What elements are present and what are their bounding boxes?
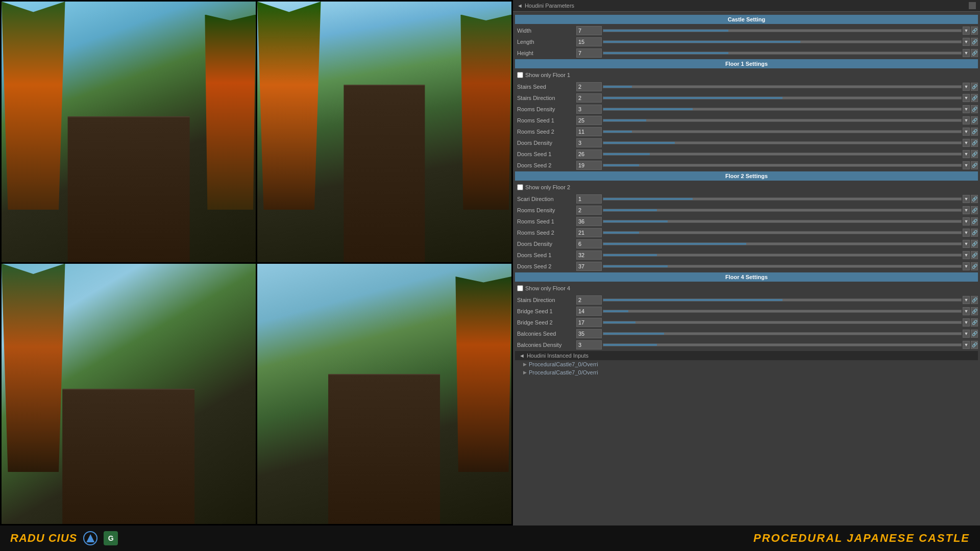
- doors-density2-input[interactable]: [576, 239, 602, 248]
- height-input[interactable]: [576, 48, 602, 58]
- rooms-seed1-f2-input[interactable]: [576, 217, 602, 226]
- instanced-item-1[interactable]: ▶ ProceduralCastle7_0/Overri: [515, 360, 978, 368]
- doors-seed2-slider[interactable]: [603, 164, 962, 167]
- viewport-top-right[interactable]: [257, 2, 511, 262]
- scari-direction-menu-btn[interactable]: ▼: [963, 195, 970, 203]
- doors-seed2-f2-input[interactable]: [576, 262, 602, 271]
- rooms-density2-input[interactable]: [576, 206, 602, 215]
- stairs-direction-f4-slider[interactable]: [603, 298, 962, 302]
- rooms-seed2-menu-btn[interactable]: ▼: [963, 128, 970, 136]
- balconies-density-slider[interactable]: [603, 343, 962, 346]
- doors-density-slider[interactable]: [603, 141, 962, 144]
- bridge-seed1-slider[interactable]: [603, 310, 962, 313]
- stairs-direction-menu-btn[interactable]: ▼: [963, 94, 970, 102]
- scari-direction-slider[interactable]: [603, 197, 962, 201]
- rooms-density-link-btn[interactable]: 🔗: [971, 105, 978, 113]
- rooms-seed2-f2-input[interactable]: [576, 228, 602, 237]
- balconies-seed-input[interactable]: [576, 329, 602, 338]
- height-menu-btn[interactable]: ▼: [963, 49, 970, 57]
- bridge-seed2-menu-btn[interactable]: ▼: [963, 318, 970, 327]
- length-slider[interactable]: [603, 40, 962, 43]
- bridge-seed1-link-btn[interactable]: 🔗: [971, 307, 978, 315]
- rooms-seed2-f2-slider[interactable]: [603, 231, 962, 234]
- viewport-top-left[interactable]: [2, 2, 256, 262]
- stairs-seed-link-btn[interactable]: 🔗: [971, 83, 978, 91]
- stairs-direction-input[interactable]: [576, 93, 602, 103]
- doors-seed1-link-btn[interactable]: 🔗: [971, 150, 978, 158]
- balconies-density-menu-btn[interactable]: ▼: [963, 341, 970, 349]
- bridge-seed2-slider[interactable]: [603, 321, 962, 324]
- rooms-seed2-input[interactable]: [576, 127, 602, 136]
- rooms-density2-menu-btn[interactable]: ▼: [963, 206, 970, 214]
- stairs-direction-f4-link-btn[interactable]: 🔗: [971, 296, 978, 304]
- balconies-seed-menu-btn[interactable]: ▼: [963, 330, 970, 338]
- length-input[interactable]: [576, 37, 602, 46]
- height-slider[interactable]: [603, 52, 962, 55]
- doors-seed1-slider[interactable]: [603, 153, 962, 156]
- doors-seed1-menu-btn[interactable]: ▼: [963, 150, 970, 158]
- viewport-bottom-right[interactable]: [257, 264, 511, 524]
- width-input[interactable]: [576, 26, 602, 35]
- rooms-seed1-link-btn[interactable]: 🔗: [971, 116, 978, 124]
- rooms-seed1-menu-btn[interactable]: ▼: [963, 116, 970, 124]
- doors-seed1-input[interactable]: [576, 149, 602, 159]
- rooms-seed2-slider[interactable]: [603, 130, 962, 133]
- doors-density2-link-btn[interactable]: 🔗: [971, 240, 978, 248]
- doors-seed2-link-btn[interactable]: 🔗: [971, 161, 978, 169]
- balconies-seed-link-btn[interactable]: 🔗: [971, 330, 978, 338]
- rooms-seed1-f2-slider[interactable]: [603, 220, 962, 223]
- rooms-seed2-link-btn[interactable]: 🔗: [971, 128, 978, 136]
- panel-pin-icon[interactable]: [969, 2, 976, 9]
- doors-seed1-f2-input[interactable]: [576, 251, 602, 260]
- height-link-btn[interactable]: 🔗: [971, 49, 978, 57]
- rooms-seed2-f2-menu-btn[interactable]: ▼: [963, 229, 970, 237]
- doors-density2-menu-btn[interactable]: ▼: [963, 240, 970, 248]
- show-floor1-checkbox[interactable]: [517, 72, 523, 78]
- rooms-seed2-f2-link-btn[interactable]: 🔗: [971, 229, 978, 237]
- doors-seed2-input[interactable]: [576, 161, 602, 170]
- balconies-seed-slider[interactable]: [603, 332, 962, 335]
- doors-density2-slider[interactable]: [603, 242, 962, 245]
- balconies-density-input[interactable]: [576, 340, 602, 349]
- balconies-density-link-btn[interactable]: 🔗: [971, 341, 978, 349]
- length-link-btn[interactable]: 🔗: [971, 38, 978, 46]
- viewport-bottom-left[interactable]: [2, 264, 256, 524]
- rooms-density-slider[interactable]: [603, 108, 962, 111]
- width-slider[interactable]: [603, 29, 962, 32]
- rooms-seed1-slider[interactable]: [603, 119, 962, 122]
- rooms-density-menu-btn[interactable]: ▼: [963, 105, 970, 113]
- doors-density-link-btn[interactable]: 🔗: [971, 139, 978, 147]
- rooms-seed1-f2-menu-btn[interactable]: ▼: [963, 217, 970, 226]
- stairs-direction-f4-menu-btn[interactable]: ▼: [963, 296, 970, 304]
- stairs-seed-menu-btn[interactable]: ▼: [963, 83, 970, 91]
- rooms-density-input[interactable]: [576, 105, 602, 114]
- instanced-item-2[interactable]: ▶ ProceduralCastle7_0/Overri: [515, 368, 978, 377]
- rooms-density2-link-btn[interactable]: 🔗: [971, 206, 978, 214]
- scari-direction-input[interactable]: [576, 194, 602, 204]
- stairs-direction-slider[interactable]: [603, 96, 962, 99]
- doors-seed1-f2-menu-btn[interactable]: ▼: [963, 251, 970, 259]
- rooms-seed1-f2-link-btn[interactable]: 🔗: [971, 217, 978, 226]
- bridge-seed2-input[interactable]: [576, 318, 602, 327]
- bridge-seed2-link-btn[interactable]: 🔗: [971, 318, 978, 327]
- doors-seed2-f2-link-btn[interactable]: 🔗: [971, 262, 978, 270]
- doors-density-input[interactable]: [576, 138, 602, 147]
- doors-seed1-f2-slider[interactable]: [603, 254, 962, 257]
- stairs-seed-slider[interactable]: [603, 85, 962, 88]
- show-floor4-checkbox[interactable]: [517, 285, 523, 291]
- doors-seed2-f2-menu-btn[interactable]: ▼: [963, 262, 970, 270]
- stairs-seed-input[interactable]: [576, 82, 602, 91]
- length-menu-btn[interactable]: ▼: [963, 38, 970, 46]
- doors-seed2-menu-btn[interactable]: ▼: [963, 161, 970, 169]
- doors-seed1-f2-link-btn[interactable]: 🔗: [971, 251, 978, 259]
- rooms-seed1-input[interactable]: [576, 116, 602, 125]
- show-floor2-checkbox[interactable]: [517, 184, 523, 190]
- width-menu-btn[interactable]: ▼: [963, 27, 970, 35]
- bridge-seed1-input[interactable]: [576, 307, 602, 316]
- scari-direction-link-btn[interactable]: 🔗: [971, 195, 978, 203]
- rooms-density2-slider[interactable]: [603, 209, 962, 212]
- width-link-btn[interactable]: 🔗: [971, 27, 978, 35]
- bridge-seed1-menu-btn[interactable]: ▼: [963, 307, 970, 315]
- stairs-direction-f4-input[interactable]: [576, 295, 602, 305]
- doors-seed2-f2-slider[interactable]: [603, 265, 962, 268]
